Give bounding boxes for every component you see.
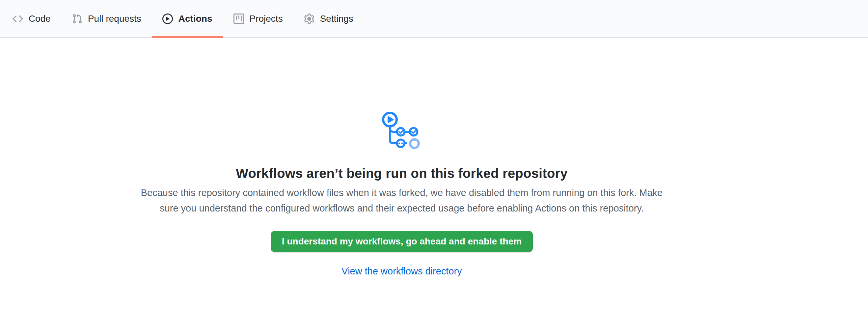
git-pull-request-icon (72, 13, 82, 24)
blankslate-description: Because this repository contained workfl… (0, 185, 803, 216)
view-workflows-directory-link[interactable]: View the workflows directory (341, 266, 462, 276)
gear-icon (304, 13, 314, 24)
play-icon (162, 13, 173, 24)
tab-label: Pull requests (88, 13, 141, 24)
tab-label: Code (29, 13, 51, 24)
repo-tab-bar: Code Pull requests Actions Projects Sett… (0, 0, 868, 38)
blankslate-description-line2: sure you understand the configured workf… (0, 200, 803, 216)
blankslate-description-line1: Because this repository contained workfl… (0, 185, 803, 200)
code-icon (12, 13, 23, 24)
tab-projects[interactable]: Projects (223, 0, 293, 37)
tab-label: Projects (250, 13, 283, 24)
workflows-directory-link-row: View the workflows directory (0, 266, 803, 277)
actions-disabled-blankslate: Workflows aren’t being run on this forke… (0, 112, 803, 277)
tab-label: Actions (179, 13, 212, 24)
tab-code[interactable]: Code (2, 0, 61, 37)
tab-pull-requests[interactable]: Pull requests (61, 0, 152, 37)
project-icon (234, 13, 244, 24)
blankslate-heading: Workflows aren’t being run on this forke… (0, 165, 803, 182)
tab-settings[interactable]: Settings (293, 0, 364, 37)
tab-actions[interactable]: Actions (152, 0, 223, 37)
enable-workflows-button[interactable]: I understand my workflows, go ahead and … (271, 231, 533, 252)
workflow-graph-icon (381, 112, 423, 149)
tab-label: Settings (320, 13, 353, 24)
